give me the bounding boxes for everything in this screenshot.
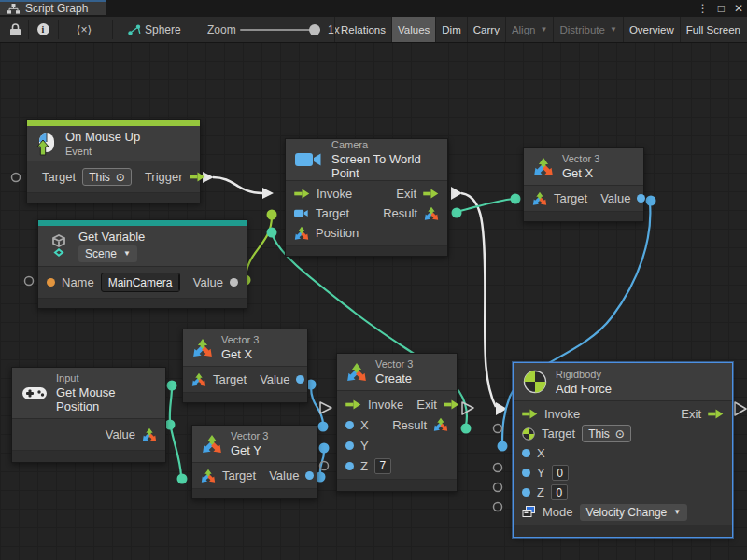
- trigger-label: Trigger: [145, 170, 183, 184]
- chevron-down-icon: ▼: [610, 26, 617, 34]
- position-label: Position: [316, 226, 359, 240]
- tab-title: Script Graph: [25, 2, 88, 15]
- tab-script-graph[interactable]: Script Graph: [0, 0, 106, 15]
- y-port-icon[interactable]: [522, 469, 530, 477]
- x-port-icon[interactable]: [522, 449, 530, 457]
- node-add-force[interactable]: Rigidbody Add Force Invoke Exit Target: [513, 362, 733, 538]
- overview-button[interactable]: Overview: [623, 17, 680, 42]
- vector3-icon: [202, 434, 222, 455]
- window-menu-icon[interactable]: ⋮: [698, 0, 709, 17]
- node-category: Camera: [331, 139, 438, 150]
- unity-visual-scripting-window: Script Graph ⋮ □ ✕ i ⟨×⟩ Sphere Zoom 1x …: [0, 0, 747, 560]
- lock-icon[interactable]: [4, 17, 26, 42]
- node-create-vector3[interactable]: Vector 3 Create Invoke Exit X Result: [336, 353, 458, 492]
- z-port-icon[interactable]: [522, 488, 530, 497]
- node-get-variable[interactable]: Get Variable Scene ▼ Name MainCamera ▼ V…: [37, 219, 247, 309]
- exit-label: Exit: [681, 407, 701, 421]
- node-title: Create: [375, 371, 413, 385]
- mode-label: Mode: [543, 505, 573, 519]
- variable-kind-dropdown[interactable]: Scene ▼: [78, 245, 137, 262]
- z-value-field[interactable]: 7: [374, 458, 391, 474]
- target-this-button[interactable]: This ⊙: [582, 425, 631, 442]
- graph-icon: [7, 4, 20, 14]
- value-port-icon[interactable]: [296, 375, 304, 384]
- graph-target-name[interactable]: Sphere: [145, 17, 181, 42]
- object-picker-icon[interactable]: ⊙: [615, 427, 625, 441]
- y-port-icon[interactable]: [345, 441, 354, 450]
- name-label: Name: [62, 275, 94, 289]
- node-screen-to-world-point[interactable]: Camera Screen To World Point Invoke Exit…: [285, 138, 448, 257]
- node-get-y[interactable]: Vector 3 Get Y Target Value: [191, 425, 317, 499]
- node-category: Vector 3: [231, 430, 268, 441]
- y-value-field[interactable]: 0: [552, 465, 569, 481]
- object-picker-icon[interactable]: ⊙: [116, 171, 125, 184]
- variable-name-dropdown[interactable]: MainCamera ▼: [101, 273, 180, 292]
- z-value-field[interactable]: 0: [551, 484, 568, 500]
- values-button[interactable]: Values: [391, 17, 435, 42]
- node-get-x-top[interactable]: Vector 3 Get X Target Value: [523, 147, 644, 222]
- close-icon[interactable]: ✕: [734, 0, 743, 17]
- position-port-icon[interactable]: [294, 226, 309, 241]
- value-label: Value: [106, 427, 135, 441]
- invoke-port-icon[interactable]: [522, 409, 538, 419]
- toolbar-buttons: Relations Values Dim Carry Align▼ Distri…: [334, 17, 746, 42]
- rigidbody-port-icon[interactable]: [522, 427, 535, 441]
- vector3-icon: [533, 157, 554, 177]
- rigidbody-icon: [523, 370, 547, 394]
- vector3-icon: [192, 338, 213, 358]
- z-port-icon[interactable]: [345, 462, 354, 470]
- node-category: Vector 3: [375, 358, 413, 370]
- target-label: Target: [316, 206, 349, 220]
- chevron-down-icon: ▼: [673, 509, 681, 516]
- chevron-down-icon: ▼: [540, 26, 547, 34]
- exit-port-icon[interactable]: [423, 189, 439, 199]
- name-port-icon[interactable]: [47, 278, 55, 287]
- node-title: Get X: [221, 347, 259, 361]
- node-footer: [337, 479, 457, 491]
- exit-port-icon[interactable]: [708, 409, 724, 419]
- carry-button[interactable]: Carry: [467, 17, 505, 42]
- invoke-label: Invoke: [544, 407, 580, 421]
- exit-port-icon[interactable]: [444, 399, 459, 410]
- x-label: X: [360, 418, 369, 432]
- value-label: Value: [260, 372, 289, 386]
- invoke-port-icon[interactable]: [294, 189, 310, 199]
- dim-button[interactable]: Dim: [435, 17, 466, 42]
- node-on-mouse-up[interactable]: On Mouse Up Event Target This ⊙ Trigger: [26, 119, 201, 203]
- node-get-x[interactable]: Vector 3 Get X Target Value: [182, 329, 308, 403]
- distribute-button[interactable]: Distribute▼: [553, 17, 623, 42]
- info-icon[interactable]: i: [32, 17, 54, 42]
- invoke-port-icon[interactable]: [345, 399, 361, 410]
- full-screen-button[interactable]: Full Screen: [680, 17, 746, 42]
- target-port-icon[interactable]: [201, 469, 216, 483]
- value-port-icon[interactable]: [305, 471, 314, 480]
- trigger-port-icon[interactable]: [190, 172, 205, 182]
- relations-button[interactable]: Relations: [334, 17, 391, 42]
- maximize-icon[interactable]: □: [718, 0, 725, 17]
- align-button[interactable]: Align▼: [505, 17, 554, 42]
- enum-port-icon[interactable]: [522, 506, 536, 518]
- target-port-icon[interactable]: [532, 191, 547, 206]
- node-get-mouse-position[interactable]: Input Get Mouse Position Value: [11, 367, 166, 463]
- mode-dropdown[interactable]: Velocity Change ▼: [580, 504, 688, 521]
- node-footer: [183, 392, 307, 402]
- x-port-icon[interactable]: [345, 421, 354, 429]
- zoom-slider-handle[interactable]: [309, 24, 320, 35]
- target-label: Target: [554, 191, 587, 205]
- node-footer: [38, 298, 247, 308]
- value-port-icon[interactable]: [142, 427, 157, 442]
- result-port-icon[interactable]: [424, 206, 439, 221]
- result-port-icon[interactable]: [433, 417, 448, 432]
- camera-icon: [295, 150, 323, 169]
- node-title: Get Y: [231, 443, 268, 457]
- graph-toolbar: i ⟨×⟩ Sphere Zoom 1x Relations Values Di…: [0, 17, 747, 43]
- node-title: Get Mouse Position: [56, 385, 156, 413]
- node-footer: [514, 525, 732, 537]
- node-category: Vector 3: [562, 153, 599, 164]
- value-port-icon[interactable]: [230, 278, 238, 287]
- brackets-icon[interactable]: ⟨×⟩: [60, 17, 108, 42]
- target-label: Target: [542, 427, 575, 441]
- target-this-button[interactable]: This ⊙: [82, 168, 132, 186]
- camera-port-icon[interactable]: [294, 208, 309, 218]
- target-port-icon[interactable]: [191, 372, 206, 387]
